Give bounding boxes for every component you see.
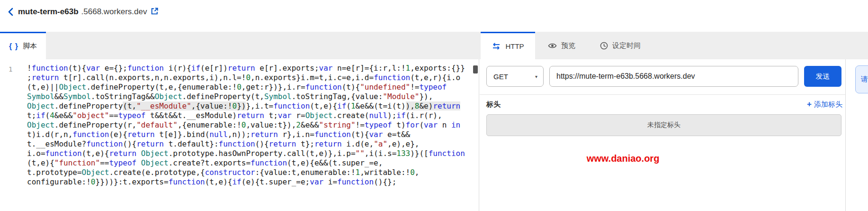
code-line: configurable:!0}}))}:t.exports=function(…: [27, 177, 472, 187]
tab-http-label: HTTP: [505, 42, 524, 50]
back-button[interactable]: [6, 7, 16, 17]
open-worker-link[interactable]: [151, 7, 159, 17]
chevron-left-icon: [7, 7, 15, 17]
http-arrows-icon: [492, 43, 501, 50]
code-line: t)i.d(r,n,function(e){return t[e]}.bind(…: [27, 130, 472, 139]
tab-schedule[interactable]: 设定时间: [587, 32, 653, 59]
external-link-icon: [151, 7, 159, 15]
chevron-down-icon: ▾: [535, 74, 537, 79]
top-header: mute-term-e63b .5668.workers.dev: [0, 0, 868, 32]
add-header-button[interactable]: + 添加标头: [807, 100, 842, 109]
code-line: t.__esModule?function(){return t.default…: [27, 139, 472, 149]
editor-scrollbar-thumb[interactable]: [473, 65, 478, 73]
add-header-label: 添加标头: [814, 100, 842, 109]
request-url-input[interactable]: [549, 66, 798, 87]
method-value: GET: [493, 73, 508, 81]
tab-bar: { } 脚本 HTTP 预览 设定时间: [0, 32, 868, 59]
send-button[interactable]: 发送: [804, 66, 841, 87]
tab-script[interactable]: { } 脚本: [0, 32, 46, 59]
script-editor[interactable]: 1 !function(t){var e={};function i(r){if…: [0, 59, 479, 211]
code-line: Symbol&&Symbol.toStringTag&&Object.defin…: [27, 92, 472, 101]
http-request-panel: GET ▾ 发送 标头 + 添加标头 未指定标头 www.daniao.org: [480, 59, 845, 211]
request-log-button[interactable]: 请: [855, 65, 868, 93]
code-line: Object.defineProperty(r,"default",{enume…: [27, 120, 472, 130]
code-line: i.o=function(t,e){return Object.prototyp…: [27, 149, 472, 158]
method-select[interactable]: GET ▾: [486, 66, 544, 87]
request-log-label: 请: [861, 75, 868, 84]
eye-icon: [548, 43, 557, 49]
code-line: (t,e){"function"==typeof Object.create?t…: [27, 158, 472, 168]
code-line: ;return t[r].call(n.exports,n,n.exports,…: [27, 73, 472, 83]
worker-name: mute-term-e63b: [18, 7, 79, 17]
content-panels: 1 !function(t){var e={};function i(r){if…: [0, 59, 868, 211]
code-line: Object.defineProperty(t,"__esModule",{va…: [27, 101, 472, 111]
tab-schedule-label: 设定时间: [612, 41, 641, 50]
tab-preview-label: 预览: [561, 41, 575, 50]
tab-preview[interactable]: 预览: [539, 32, 584, 59]
code-braces-icon: { }: [9, 42, 18, 51]
panel-divider: [845, 59, 846, 211]
plus-icon: +: [807, 100, 812, 109]
headers-title: 标头: [486, 100, 501, 109]
tab-script-label: 脚本: [23, 42, 37, 51]
worker-domain-suffix: .5668.workers.dev: [81, 7, 147, 17]
code-line: (t,e)||Object.defineProperty(t,e,{enumer…: [27, 83, 472, 92]
code-lines[interactable]: !function(t){var e={};function i(r){if(e…: [27, 64, 472, 209]
empty-headers-placeholder: 未指定标头: [486, 114, 841, 136]
tab-http[interactable]: HTTP: [481, 32, 535, 59]
code-line: t.prototype=Object.create(e.prototype,{c…: [27, 168, 472, 177]
line-number: 1: [9, 64, 12, 74]
divider: [480, 94, 845, 95]
request-controls: GET ▾ 发送: [486, 66, 841, 87]
code-line: !function(t){var e={};function i(r){if(e…: [27, 64, 472, 73]
headers-row: 标头 + 添加标头: [486, 99, 842, 110]
watermark-text: www.daniao.org: [480, 153, 766, 164]
worker-title: mute-term-e63b .5668.workers.dev: [18, 7, 159, 17]
code-line: t;if(4&e&&"object"==typeof t&&t&&t.__esM…: [27, 111, 472, 120]
clock-icon: [600, 42, 608, 50]
